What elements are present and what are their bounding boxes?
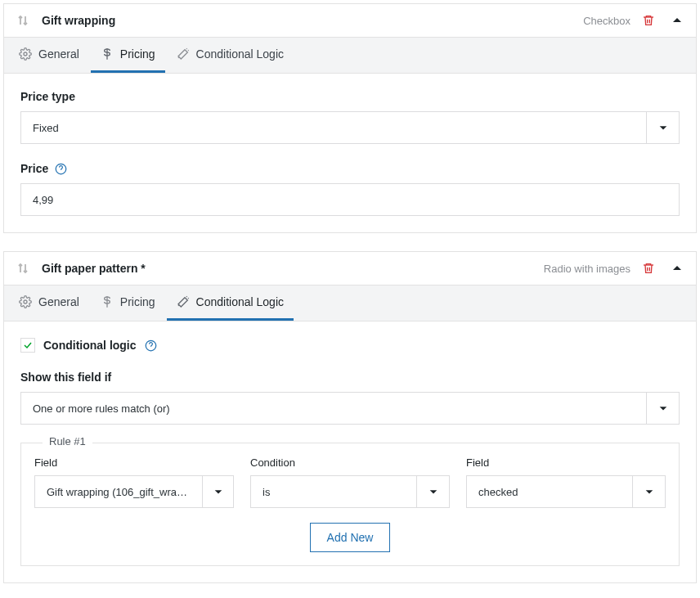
price-type-label: Price type <box>20 90 680 103</box>
collapse-icon[interactable] <box>671 263 683 274</box>
field-panel-gift-paper-pattern: Gift paper pattern * Radio with images G… <box>3 251 697 583</box>
price-type-select[interactable]: Fixed <box>20 111 680 144</box>
rule-1-fieldset: Rule #1 Field Gift wrapping (106_gift_wr… <box>20 443 680 566</box>
conditional-logic-checkbox[interactable] <box>20 338 35 353</box>
drag-handle-icon[interactable] <box>17 262 30 275</box>
tab-conditional-logic[interactable]: Conditional Logic <box>167 38 294 73</box>
field-panel-gift-wrapping: Gift wrapping Checkbox General <box>3 3 697 233</box>
delete-icon[interactable] <box>642 262 655 275</box>
collapse-icon[interactable] <box>671 15 683 26</box>
caret-down-icon <box>632 476 665 507</box>
panel-header: Gift wrapping Checkbox <box>4 4 696 37</box>
caret-down-icon <box>646 112 679 143</box>
price-label: Price <box>20 162 680 175</box>
rule-condition-select[interactable]: is <box>250 475 450 508</box>
tab-label: General <box>38 47 79 61</box>
tab-general[interactable]: General <box>9 38 89 73</box>
panel-body: Conditional logic Show this field if One… <box>4 321 696 582</box>
panel-header: Gift paper pattern * Radio with images <box>4 252 696 285</box>
tab-pricing[interactable]: Pricing <box>91 286 165 321</box>
conditional-logic-toggle-row: Conditional logic <box>20 338 680 353</box>
price-input[interactable] <box>20 183 680 216</box>
show-if-group: Show this field if One or more rules mat… <box>20 371 680 425</box>
rule-condition-label: Condition <box>250 456 450 469</box>
tab-general[interactable]: General <box>9 286 89 321</box>
drag-handle-icon[interactable] <box>17 14 30 27</box>
rule-row: Field Gift wrapping (106_gift_wrappi... … <box>34 456 666 508</box>
svg-point-0 <box>24 52 27 56</box>
dollar-icon <box>101 295 114 308</box>
tab-label: Pricing <box>120 47 155 61</box>
tabs: General Pricing Conditional Logic <box>4 285 696 321</box>
svg-point-2 <box>24 300 27 303</box>
price-group: Price <box>20 162 680 216</box>
price-label-text: Price <box>20 162 48 175</box>
tab-label: Conditional Logic <box>196 47 284 61</box>
caret-down-icon <box>646 393 679 424</box>
gear-icon <box>19 47 32 61</box>
tab-label: General <box>38 295 79 308</box>
wand-icon <box>177 47 190 61</box>
select-value: One or more rules match (or) <box>21 402 646 415</box>
rule-field-label: Field <box>34 456 234 469</box>
select-value: Fixed <box>21 122 646 134</box>
tab-pricing[interactable]: Pricing <box>91 38 165 73</box>
delete-icon[interactable] <box>642 14 655 27</box>
tab-label: Pricing <box>120 295 155 308</box>
panel-body: Price type Fixed Price <box>4 74 696 232</box>
panel-title: Gift wrapping <box>42 14 572 27</box>
select-value: Gift wrapping (106_gift_wrappi... <box>35 486 202 498</box>
rule-legend: Rule #1 <box>43 435 92 447</box>
rule-condition-col: Condition is <box>250 456 450 508</box>
select-value: checked <box>467 486 632 498</box>
tabs: General Pricing Conditional Logic <box>4 37 696 74</box>
dollar-icon <box>101 47 114 61</box>
show-if-label: Show this field if <box>20 371 680 384</box>
panel-type-label: Checkbox <box>583 15 630 27</box>
panel-type-label: Radio with images <box>544 263 630 275</box>
rule-value-col: Field checked <box>466 456 666 508</box>
select-value: is <box>251 486 416 498</box>
help-icon[interactable] <box>55 163 67 175</box>
rule-value-select[interactable]: checked <box>466 475 666 508</box>
add-new-button[interactable]: Add New <box>310 523 391 552</box>
help-icon[interactable] <box>145 339 157 352</box>
gear-icon <box>19 295 32 308</box>
price-type-group: Price type Fixed <box>20 90 680 144</box>
rule-field-col: Field Gift wrapping (106_gift_wrappi... <box>34 456 234 508</box>
tab-conditional-logic[interactable]: Conditional Logic <box>167 286 294 321</box>
rule-value-label: Field <box>466 456 666 469</box>
caret-down-icon <box>202 476 233 507</box>
show-if-select[interactable]: One or more rules match (or) <box>20 392 680 425</box>
rule-button-row: Add New <box>34 523 666 552</box>
tab-label: Conditional Logic <box>196 295 284 308</box>
panel-title: Gift paper pattern * <box>42 262 532 275</box>
caret-down-icon <box>416 476 449 507</box>
conditional-logic-checkbox-label: Conditional logic <box>43 339 137 352</box>
wand-icon <box>177 295 190 308</box>
rule-field-select[interactable]: Gift wrapping (106_gift_wrappi... <box>34 475 234 508</box>
